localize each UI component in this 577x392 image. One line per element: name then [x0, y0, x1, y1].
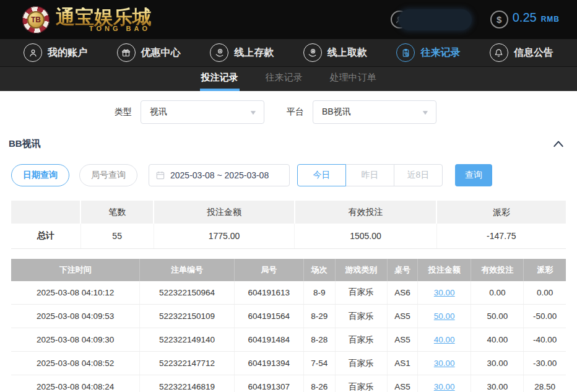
- cell-bet-amount: 30.00: [418, 375, 471, 392]
- type-select[interactable]: 视讯 ▼: [141, 100, 264, 124]
- total-bet-amount: 1775.00: [154, 224, 295, 248]
- summary-total-row: 总计 55 1775.00 1505.00 -147.75: [11, 224, 566, 248]
- summary-header: [11, 201, 80, 224]
- bet-amount-link[interactable]: 30.00: [434, 288, 455, 297]
- nav-label: 线上取款: [328, 46, 367, 59]
- poker-chip-icon: TB: [22, 6, 50, 33]
- type-select-value: 视讯: [150, 107, 167, 118]
- tab-label: 处理中订单: [330, 72, 376, 84]
- col-header-table-no: 桌号: [387, 259, 417, 281]
- nav-item-announcements[interactable]: 信息公告: [490, 43, 553, 62]
- nav-item-promotions[interactable]: 优惠中心: [117, 43, 181, 62]
- cell-table-no: AS6: [387, 281, 417, 305]
- date-query-button[interactable]: 日期查询: [11, 164, 69, 186]
- username-redacted: [399, 9, 472, 30]
- nav-item-withdraw[interactable]: 线上取款: [303, 43, 367, 62]
- platform-select-value: BB视讯: [322, 107, 351, 118]
- nav-item-deposit[interactable]: 线上存款: [210, 43, 274, 62]
- cell-bet-amount: 30.00: [418, 281, 471, 305]
- cell-bet-time: 2025-03-08 04:09:30: [11, 328, 140, 352]
- cell-bet-amount: 40.00: [418, 328, 471, 352]
- search-button[interactable]: 查询: [455, 164, 492, 186]
- summary-header-count: 笔数: [80, 201, 154, 224]
- cell-payout: -30.00: [524, 352, 566, 375]
- cell-valid-bet: 30.00: [471, 352, 524, 375]
- cell-session: 7-54: [303, 352, 335, 375]
- summary-header-bet-amount: 投注金额: [154, 201, 295, 224]
- section-header: BB视讯: [0, 137, 577, 150]
- col-header-session: 场次: [303, 259, 335, 281]
- chip-monogram: TB: [27, 11, 45, 28]
- cell-game-type: 百家乐: [335, 352, 387, 375]
- chevron-down-icon: ▼: [249, 109, 258, 116]
- topbar-right: $ 0.25 RMB: [391, 9, 560, 30]
- cell-round-no: 604191564: [234, 305, 303, 328]
- bet-amount-link[interactable]: 30.00: [434, 382, 455, 391]
- bet-amount-link[interactable]: 30.00: [434, 359, 455, 368]
- records-icon: [396, 43, 415, 62]
- cell-bet-time: 2025-03-08 04:08:52: [11, 352, 140, 375]
- yesterday-button[interactable]: 昨日: [345, 164, 394, 186]
- cell-valid-bet: 50.00: [471, 305, 524, 328]
- today-button[interactable]: 今日: [297, 164, 346, 186]
- cell-table-no: AS5: [387, 305, 417, 328]
- tab-bet-records[interactable]: 投注记录: [200, 67, 240, 91]
- cell-table-no: AS5: [387, 375, 417, 392]
- cell-order-no: 522322149140: [140, 328, 234, 352]
- table-row: 2025-03-08 04:10:12 522322150964 6041916…: [11, 281, 566, 305]
- bet-amount-link[interactable]: 50.00: [434, 311, 455, 321]
- user-icon: [24, 43, 42, 62]
- summary-header-valid-bet: 有效投注: [295, 201, 436, 224]
- sub-tab-bar: 投注记录 往来记录 处理中订单: [0, 66, 577, 91]
- chevron-up-icon: [552, 139, 565, 148]
- total-payout: -147.75: [436, 224, 566, 248]
- col-header-round-no: 局号: [234, 259, 303, 281]
- platform-select[interactable]: BB视讯 ▼: [313, 100, 436, 124]
- date-range-input[interactable]: 2025-03-08 ~ 2025-03-08: [149, 164, 290, 186]
- bet-records-table: 下注时间 注单编号 局号 场次 游戏类别 桌号 投注金额 有效投注 派彩 202…: [11, 259, 566, 392]
- table-header-row: 下注时间 注单编号 局号 场次 游戏类别 桌号 投注金额 有效投注 派彩: [11, 259, 566, 281]
- query-toolbar: 日期查询 局号查询 2025-03-08 ~ 2025-03-08 今日 昨日 …: [0, 164, 577, 186]
- section-title: BB视讯: [9, 138, 41, 150]
- tab-pending-orders[interactable]: 处理中订单: [329, 67, 378, 91]
- nav-label: 信息公告: [514, 46, 553, 59]
- date-range-value: 2025-03-08 ~ 2025-03-08: [170, 170, 269, 180]
- chevron-down-icon: ▼: [421, 109, 430, 116]
- cell-payout: -40.00: [524, 328, 566, 352]
- cell-session: 8-29: [303, 305, 335, 328]
- cell-bet-amount: 30.00: [418, 352, 471, 375]
- collapse-section-button[interactable]: [552, 139, 565, 148]
- table-row: 2025-03-08 04:09:53 522322150109 6041915…: [11, 305, 566, 328]
- cell-bet-amount: 50.00: [418, 305, 471, 328]
- cell-order-no: 522322147712: [140, 352, 234, 375]
- cell-payout: -50.00: [524, 305, 566, 328]
- nav-item-transaction-records[interactable]: 往来记录: [396, 43, 460, 62]
- top-bar: TB 通宝娱乐城 TONG BAO $ 0.25 RMB: [0, 0, 577, 39]
- cell-valid-bet: 0.00: [471, 281, 524, 305]
- table-row: 2025-03-08 04:08:52 522322147712 6041913…: [11, 352, 566, 375]
- last-8-days-button[interactable]: 近8日: [394, 164, 443, 186]
- type-label: 类型: [115, 107, 132, 118]
- gift-icon: [117, 43, 136, 62]
- cell-round-no: 604191613: [234, 281, 303, 305]
- col-header-order-no: 注单编号: [140, 259, 234, 281]
- cell-round-no: 604191307: [234, 375, 303, 392]
- bet-amount-link[interactable]: 40.00: [434, 335, 455, 344]
- balance-display: $ 0.25 RMB: [490, 11, 560, 28]
- cell-table-no: AS1: [387, 352, 417, 375]
- nav-item-my-account[interactable]: 我的账户: [24, 43, 87, 62]
- nav-label: 往来记录: [420, 46, 460, 59]
- filter-row: 类型 视讯 ▼ 平台 BB视讯 ▼: [115, 97, 577, 127]
- balance-currency: RMB: [541, 15, 560, 24]
- site-logo[interactable]: TB 通宝娱乐城 TONG BAO: [22, 6, 152, 33]
- account-area: [391, 9, 472, 30]
- cell-game-type: 百家乐: [335, 281, 387, 305]
- cell-payout: 28.50: [524, 375, 566, 392]
- dollar-icon: $: [490, 11, 508, 28]
- tab-transaction-records[interactable]: 往来记录: [264, 67, 304, 91]
- total-valid-bet: 1505.00: [295, 224, 436, 248]
- cell-round-no: 604191394: [234, 352, 303, 375]
- round-query-button[interactable]: 局号查询: [79, 164, 137, 186]
- total-label: 总计: [11, 224, 80, 248]
- platform-label: 平台: [287, 107, 304, 118]
